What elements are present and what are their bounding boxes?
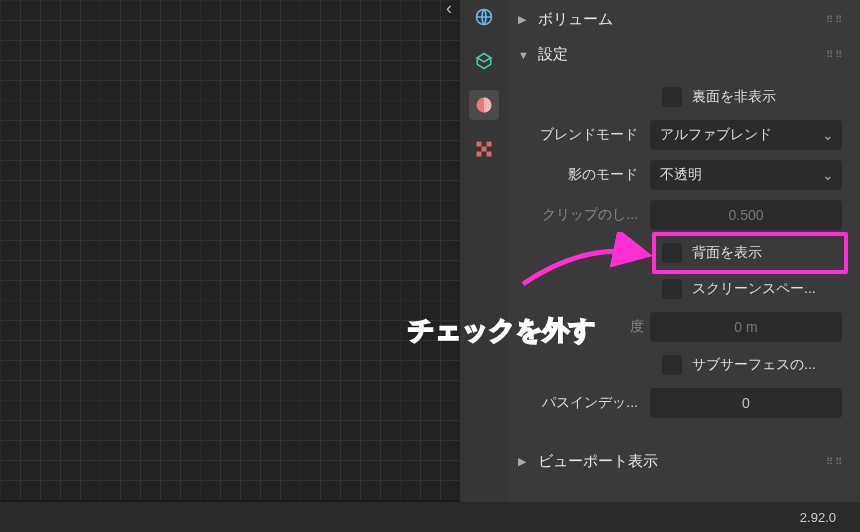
clip-threshold-field[interactable]: 0.500 xyxy=(650,200,842,230)
drag-handle-icon[interactable]: ⠿⠿ xyxy=(826,52,844,58)
shadow-mode-label: 影のモード xyxy=(520,166,650,184)
shadow-mode-select[interactable]: 不透明 xyxy=(650,160,842,190)
checkbox-label: サブサーフェスの... xyxy=(692,356,816,374)
object-data-icon[interactable] xyxy=(469,46,499,76)
blend-mode-select[interactable]: アルファブレンド xyxy=(650,120,842,150)
checkbox-show-backface[interactable] xyxy=(662,243,682,263)
clip-threshold-label: クリップのし... xyxy=(520,206,650,224)
chevron-right-icon: ▶ xyxy=(518,455,532,468)
pass-index-row: パスインデッ... 0 xyxy=(520,386,842,420)
svg-rect-2 xyxy=(477,142,482,147)
blend-mode-row: ブレンドモード アルファブレンド xyxy=(520,118,842,152)
clip-threshold-value: 0.500 xyxy=(728,207,763,223)
settings-body: 裏面を非表示 ブレンドモード アルファブレンド 影のモード 不透明 クリップのし… xyxy=(512,72,850,438)
thickness-value: 0 m xyxy=(734,319,757,335)
chevron-down-icon: ▼ xyxy=(518,49,532,61)
section-title: ビューポート表示 xyxy=(538,452,658,471)
section-title: 設定 xyxy=(538,45,568,64)
checkbox-subsurface[interactable] xyxy=(662,355,682,375)
pass-index-label: パスインデッ... xyxy=(520,394,650,412)
thickness-label: xxx度 xyxy=(520,318,650,336)
texture-icon[interactable] xyxy=(469,134,499,164)
screen-space-row[interactable]: スクリーンスペー... xyxy=(662,274,842,304)
section-header-settings[interactable]: ▼ 設定 ⠿⠿ xyxy=(512,37,850,72)
show-backface-row[interactable]: 背面を表示 xyxy=(662,238,842,268)
svg-rect-4 xyxy=(482,147,487,152)
thickness-row: xxx度 0 m xyxy=(520,310,842,344)
blend-mode-label: ブレンドモード xyxy=(520,126,650,144)
section-title: ボリューム xyxy=(538,10,613,29)
pass-index-value: 0 xyxy=(742,395,750,411)
clip-threshold-row: クリップのし... 0.500 xyxy=(520,198,842,232)
svg-rect-6 xyxy=(487,152,492,157)
checkbox-label: 背面を表示 xyxy=(692,244,762,262)
properties-tab-column: ‹ xyxy=(460,0,508,532)
backface-culling-row[interactable]: 裏面を非表示 xyxy=(662,82,842,112)
thickness-field[interactable]: 0 m xyxy=(650,312,842,342)
subsurface-row[interactable]: サブサーフェスの... xyxy=(662,350,842,380)
globe-icon[interactable] xyxy=(469,2,499,32)
shadow-mode-value: 不透明 xyxy=(660,166,702,184)
checkbox-screen-space[interactable] xyxy=(662,279,682,299)
blend-mode-value: アルファブレンド xyxy=(660,126,772,144)
material-icon[interactable] xyxy=(469,90,499,120)
shadow-mode-row: 影のモード 不透明 xyxy=(520,158,842,192)
viewport-grid[interactable] xyxy=(0,0,460,500)
drag-handle-icon[interactable]: ⠿⠿ xyxy=(826,17,844,23)
pass-index-field[interactable]: 0 xyxy=(650,388,842,418)
drag-handle-icon[interactable]: ⠿⠿ xyxy=(826,459,844,465)
checkbox-label: スクリーンスペー... xyxy=(692,280,816,298)
section-header-viewport-display[interactable]: ▶ ビューポート表示 ⠿⠿ xyxy=(512,444,850,479)
svg-rect-3 xyxy=(487,142,492,147)
svg-rect-5 xyxy=(477,152,482,157)
chevron-left-icon[interactable]: ‹ xyxy=(446,0,452,19)
checkbox-backface-culling[interactable] xyxy=(662,87,682,107)
section-header-volume[interactable]: ▶ ボリューム ⠿⠿ xyxy=(512,2,850,37)
status-bar: 2.92.0 xyxy=(0,502,860,532)
chevron-right-icon: ▶ xyxy=(518,13,532,26)
properties-panel: ▶ ボリューム ⠿⠿ ▼ 設定 ⠿⠿ 裏面を非表示 ブレンドモード アルファブレ… xyxy=(508,0,860,532)
checkbox-label: 裏面を非表示 xyxy=(692,88,776,106)
version-label: 2.92.0 xyxy=(800,510,836,525)
